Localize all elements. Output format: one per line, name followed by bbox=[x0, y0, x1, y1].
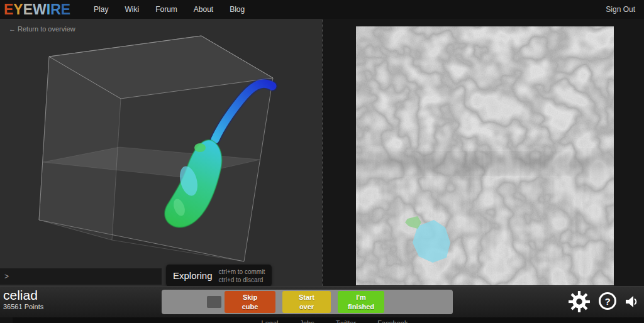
return-to-overview-link[interactable]: ← Return to overview bbox=[9, 25, 75, 33]
em-slice-view[interactable] bbox=[356, 26, 614, 285]
nav-item-blog[interactable]: Blog bbox=[221, 0, 253, 19]
cube-action-group: Skip cube Start over I'm finished bbox=[162, 290, 453, 314]
logo-letter: E bbox=[61, 1, 70, 18]
skip-cube-button[interactable]: Skip cube bbox=[225, 291, 275, 313]
chat-input[interactable]: > bbox=[0, 268, 162, 285]
hint-discard: ctrl+d to discard bbox=[219, 276, 265, 284]
logo-letter: E bbox=[4, 1, 13, 18]
skip-cube-label-line1: Skip bbox=[243, 293, 257, 302]
help-icon[interactable]: ? bbox=[599, 292, 616, 310]
footer: Legal Jobs Twitter Facebook bbox=[13, 317, 644, 323]
em-slice-panel bbox=[322, 19, 644, 286]
footer-link-facebook[interactable]: Facebook bbox=[377, 319, 408, 323]
logo-letter: Y bbox=[13, 1, 23, 18]
exploring-status: Exploring bbox=[173, 270, 213, 281]
eyewire-logo[interactable]: E Y E W I R E bbox=[4, 1, 70, 18]
viewer-3d-panel: ← Return to overview bbox=[0, 19, 322, 286]
user-info: celiad 36561 Points bbox=[3, 288, 43, 311]
neuron-3d-viewer[interactable] bbox=[0, 19, 322, 286]
points-count: 36561 Points bbox=[3, 303, 43, 311]
volume-icon[interactable] bbox=[625, 294, 640, 309]
logo-letter: R bbox=[50, 1, 61, 18]
nav-item-about[interactable]: About bbox=[186, 0, 221, 19]
chat-prompt: > bbox=[4, 272, 9, 281]
nav-item-forum[interactable]: Forum bbox=[147, 0, 186, 19]
im-finished-button[interactable]: I'm finished bbox=[338, 291, 384, 313]
im-finished-label-line2: finished bbox=[348, 302, 374, 312]
nav-menu: Play Wiki Forum About Blog bbox=[86, 0, 253, 19]
sign-out-link[interactable]: Sign Out bbox=[606, 0, 635, 19]
em-texture bbox=[356, 26, 614, 285]
start-over-label-line2: over bbox=[299, 302, 314, 312]
settings-gear-icon[interactable] bbox=[568, 290, 591, 313]
nav-item-wiki[interactable]: Wiki bbox=[116, 0, 147, 19]
nav-item-play[interactable]: Play bbox=[86, 0, 116, 19]
cube-wireframe bbox=[39, 36, 273, 261]
status-tooltip: Exploring ctrl+m to commit ctrl+d to dis… bbox=[166, 265, 272, 287]
bottom-bar: celiad 36561 Points Skip cube Start over… bbox=[0, 286, 644, 317]
keyboard-hints: ctrl+m to commit ctrl+d to discard bbox=[219, 268, 265, 284]
logo-letter: W bbox=[33, 1, 47, 18]
username: celiad bbox=[3, 288, 43, 303]
footer-link-twitter[interactable]: Twitter bbox=[336, 319, 356, 323]
start-over-button[interactable]: Start over bbox=[282, 291, 331, 313]
footer-link-jobs[interactable]: Jobs bbox=[299, 319, 314, 323]
eyewire-app: E Y E W I R E Play Wiki Forum About Blog… bbox=[0, 0, 644, 323]
logo-letter: E bbox=[23, 1, 33, 18]
start-over-label-line1: Start bbox=[299, 293, 314, 302]
help-glyph: ? bbox=[604, 296, 610, 307]
group-divider bbox=[207, 296, 221, 308]
footer-link-legal[interactable]: Legal bbox=[262, 319, 279, 323]
im-finished-label-line1: I'm bbox=[356, 293, 365, 302]
skip-cube-label-line2: cube bbox=[242, 302, 258, 312]
top-nav: E Y E W I R E Play Wiki Forum About Blog… bbox=[0, 0, 644, 19]
hint-commit: ctrl+m to commit bbox=[219, 268, 265, 276]
